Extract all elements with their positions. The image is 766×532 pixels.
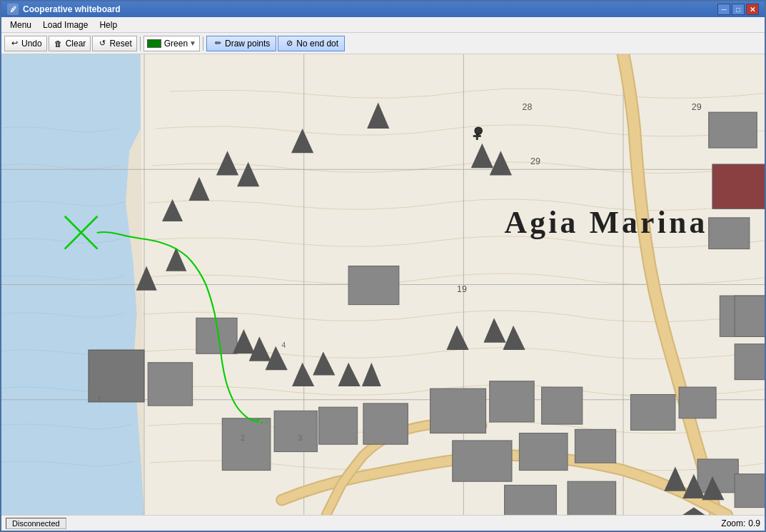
window-controls: ─ □ ✕ (717, 4, 759, 15)
undo-button[interactable]: ↩ Undo (4, 36, 47, 51)
svg-rect-31 (735, 296, 765, 336)
svg-point-64 (475, 127, 482, 134)
separator-2 (203, 36, 203, 51)
separator-1 (140, 36, 141, 51)
reset-icon: ↺ (97, 39, 107, 49)
svg-rect-8 (348, 266, 399, 304)
svg-rect-17 (519, 433, 568, 471)
svg-text:28: 28 (523, 102, 533, 112)
clear-label: Clear (66, 39, 86, 49)
zoom-value: 0.9 (748, 518, 760, 528)
draw-points-button[interactable]: ✏ Draw points (206, 36, 276, 51)
svg-rect-22 (148, 363, 192, 406)
svg-text:29: 29 (530, 156, 540, 166)
svg-text:4: 4 (281, 341, 286, 349)
svg-text:29: 29 (692, 102, 702, 112)
svg-rect-15 (542, 387, 583, 424)
svg-rect-25 (274, 411, 317, 451)
svg-rect-32 (735, 344, 765, 380)
undo-label: Undo (21, 39, 42, 49)
svg-rect-9 (709, 112, 757, 148)
clear-button[interactable]: 🗑 Clear (49, 36, 91, 51)
svg-rect-21 (89, 350, 144, 402)
map-container[interactable]: ✚ Agia Marina 28 29 29 19 (1, 54, 765, 515)
svg-rect-11 (709, 218, 750, 249)
toolbar: ↩ Undo 🗑 Clear ↺ Reset Green ▼ ✏ Draw po… (1, 33, 765, 54)
menu-bar: Menu Load Image Help (1, 17, 765, 33)
svg-rect-28 (505, 485, 557, 515)
svg-rect-20 (679, 387, 716, 418)
no-end-dot-button[interactable]: ⊘ No end dot (278, 36, 345, 51)
svg-rect-24 (222, 418, 271, 471)
svg-text:Agia  Marina: Agia Marina (505, 205, 708, 239)
main-window: 🖊 Cooperative whiteboard ─ □ ✕ Menu Load… (0, 0, 766, 532)
svg-text:2: 2 (241, 434, 245, 442)
no-end-dot-icon: ⊘ (284, 39, 294, 49)
svg-rect-19 (630, 394, 675, 430)
color-picker[interactable]: Green ▼ (143, 36, 200, 51)
maximize-button[interactable]: □ (732, 4, 745, 15)
title-icon: 🖊 (7, 4, 19, 15)
svg-text:3: 3 (298, 434, 302, 442)
svg-text:1: 1 (97, 396, 101, 403)
svg-rect-18 (575, 429, 615, 463)
draw-points-label: Draw points (225, 39, 270, 49)
title-bar: 🖊 Cooperative whiteboard ─ □ ✕ (1, 1, 765, 17)
svg-text:19: 19 (457, 284, 467, 294)
reset-label: Reset (109, 39, 131, 49)
menu-menu[interactable]: Menu (4, 19, 37, 31)
reset-button[interactable]: ↺ Reset (92, 36, 136, 51)
svg-rect-13 (430, 388, 486, 433)
no-end-dot-label: No end dot (296, 39, 338, 49)
status-bar: Disconnected Zoom: 0.9 (1, 515, 765, 531)
svg-rect-33 (735, 474, 765, 508)
svg-rect-29 (568, 481, 616, 515)
color-label: Green (164, 39, 188, 49)
menu-load-image[interactable]: Load Image (37, 19, 94, 31)
clear-icon: 🗑 (54, 39, 64, 49)
svg-rect-14 (490, 381, 534, 422)
window-title: Cooperative whiteboard (23, 4, 717, 14)
undo-icon: ↩ (9, 39, 19, 49)
svg-rect-16 (453, 441, 512, 481)
close-button[interactable]: ✕ (746, 4, 759, 15)
menu-help[interactable]: Help (94, 19, 123, 31)
dropdown-arrow-icon: ▼ (189, 39, 196, 47)
zoom-label: Zoom: (721, 518, 745, 528)
connection-status: Disconnected (6, 518, 66, 529)
map-svg: ✚ Agia Marina 28 29 29 19 (1, 54, 765, 515)
svg-rect-27 (363, 403, 408, 444)
svg-rect-10 (712, 164, 765, 209)
color-swatch (147, 39, 161, 48)
draw-points-icon: ✏ (213, 39, 223, 49)
minimize-button[interactable]: ─ (717, 4, 730, 15)
svg-rect-26 (319, 407, 358, 444)
